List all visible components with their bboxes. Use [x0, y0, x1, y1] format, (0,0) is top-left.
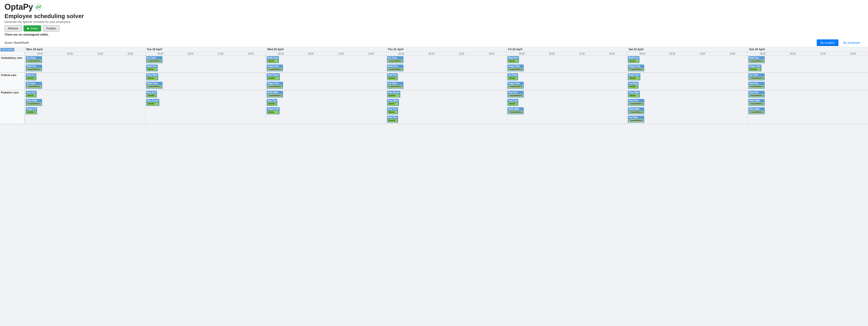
time-tick: 12:00 — [808, 52, 838, 55]
shift-block: Hugo ColeAnaesthetics — [507, 64, 524, 72]
day-times: 00:0006:0012:0018:00 — [627, 52, 747, 55]
sections-body: Ambulatory careIvy KingAnaestheticsBeth … — [0, 55, 868, 124]
section-day-cell: Dan FoxDoctorDan GreenDoctor — [145, 90, 266, 124]
shift-employee-name: Hugo Cole — [749, 65, 761, 68]
shift-block: Ivy KingAnaesthetics — [26, 56, 42, 63]
shift-row: Dan PoeDoctor — [387, 115, 506, 123]
shift-row: Beth WattAnaesthetics — [26, 99, 145, 106]
section-day-cell: Beth FoxNurseHugo ColeAnaesthetics — [506, 55, 627, 73]
shift-row: Hugo ColeAnaesthetics — [267, 81, 386, 89]
shift-role-badge: Anaesthetics — [749, 59, 764, 63]
section-days: Gus FoxNurseBeth WattAnaestheticsHugo Co… — [25, 90, 868, 124]
shift-role-badge: Anaesthetics — [388, 68, 403, 71]
shift-row: Dan FoxAnaesthetics — [748, 81, 868, 89]
shift-role-badge: Nurse — [629, 85, 638, 88]
section-days: Dan FoxDoctorIvy ColeAnaestheticsElsa Wa… — [25, 73, 868, 90]
shift-role-badge: Nurse — [268, 59, 278, 63]
shift-block: Dan GreenDoctor — [267, 73, 280, 80]
time-tick: 18:00 — [115, 52, 145, 55]
day-times: 00:0006:0012:0018:00 — [386, 52, 507, 55]
shift-row: Elsa WattNurse — [628, 90, 747, 98]
solve-button[interactable]: Solve — [24, 25, 41, 31]
shift-block: Elsa WattAnaesthetics — [748, 107, 765, 114]
time-tick: 18:00 — [476, 52, 506, 55]
shift-row: Dan GreenDoctor — [267, 73, 386, 81]
calendar-container: Draft Shifts Mon 18 AprilTue 19 AprilWed… — [0, 47, 868, 124]
refresh-button[interactable]: Refresh — [4, 25, 22, 31]
shift-employee-name: Ivy Cole — [147, 57, 162, 59]
shift-role-badge: Anaesthetics — [749, 111, 764, 114]
shift-block: Ivy ColeAnaesthetics — [387, 56, 403, 63]
time-tick: 00:00 — [507, 52, 537, 55]
shift-employee-name: Dan Fox — [508, 91, 523, 94]
day-header: Mon 18 April — [25, 47, 145, 52]
shift-row: Dan FoxDoctor — [387, 73, 506, 81]
by-location-button[interactable]: By location — [817, 39, 838, 46]
shift-employee-name: Gus Fox — [27, 91, 36, 94]
shift-row: Beth FoxAnaesthetics — [748, 56, 868, 63]
shift-employee-name: Ivy Cole — [749, 74, 764, 77]
time-tick: 12:00 — [326, 52, 356, 55]
shift-employee-name: Hugo Cole — [268, 82, 282, 85]
shift-role-badge: Doctor — [749, 68, 761, 71]
shift-row: Gus FoxNurse — [507, 99, 627, 106]
shift-row: Ivy KingAnaesthetics — [628, 115, 747, 123]
shift-role-badge: Doctor — [388, 77, 397, 80]
shift-block: Beth ColeAnaesthetics — [146, 82, 162, 89]
shift-block: Gus FoxNurse — [507, 99, 518, 106]
shift-employee-name: Beth Cole — [268, 57, 278, 59]
shift-employee-name: Beth Cole — [147, 82, 162, 85]
shift-block: Beth FoxAnaesthetics — [387, 64, 403, 72]
time-tick: 18:00 — [356, 52, 386, 55]
shift-employee-name: Beth Watt — [508, 108, 523, 110]
shift-employee-name: Dan Green — [268, 74, 279, 77]
section-day-cell: Ivy KingAnaestheticsBeth FoxAnaesthetics — [25, 55, 145, 73]
time-tick: 06:00 — [416, 52, 447, 55]
shift-block: Hugo ColeAnaesthetics — [267, 64, 283, 72]
day-header: Wed 20 April — [266, 47, 386, 52]
shift-row: Hugo CoDoctor — [26, 107, 145, 114]
shift-row: Dan GreenDoctor — [387, 90, 506, 98]
shift-employee-name: Dan Fox — [268, 99, 276, 102]
time-tick: 06:00 — [55, 52, 85, 55]
shift-block: Hugo ColeAnaesthetics — [628, 64, 644, 72]
shift-block: Dan FoxDoctor — [26, 73, 36, 80]
shift-role-badge: Anaesthetics — [268, 94, 282, 97]
section-day-cell: Dan FoxDoctorIvy ColeAnaesthetics — [25, 73, 145, 90]
shift-row: Hugo ColeAnaesthetics — [507, 64, 627, 72]
shift-employee-name: Beth Cole — [629, 74, 640, 77]
time-tick: 12:00 — [567, 52, 597, 55]
shift-employee-name: Beth Fox — [629, 57, 639, 59]
shift-employee-name: Beth Watt — [27, 99, 41, 102]
time-tick: 18:00 — [717, 52, 747, 55]
shift-role-badge: Doctor — [268, 77, 279, 80]
shift-row: Beth WattAnaesthetics — [628, 107, 747, 114]
day-times: 00:0006:0012:0018:00 — [25, 52, 145, 55]
shift-role-badge: Nurse — [508, 102, 518, 106]
shift-role-badge: Doctor — [147, 94, 156, 97]
section-day-cell: Dan GreenDoctorHugo ColeAnaesthetics — [266, 73, 386, 90]
section-day-cell: Elsa WattNurseBeth ColeAnaesthetics — [145, 73, 266, 90]
shift-role-badge: Anaesthetics — [508, 68, 523, 71]
section-day-cell: Ivy ColeAnaestheticsBeth FoxNurse — [145, 55, 266, 73]
time-tick: 00:00 — [627, 52, 657, 55]
shift-block: Hugo CoDoctor — [26, 107, 37, 114]
shift-row: Beth FoxAnaesthetics — [387, 64, 506, 72]
publish-button[interactable]: Publish — [43, 25, 59, 31]
shift-block: Gus FoxAnaesthetics — [748, 91, 765, 98]
calendar-inner: Draft Shifts Mon 18 AprilTue 19 AprilWed… — [0, 47, 868, 124]
shift-block: Beth FoxAnaesthetics — [748, 56, 765, 63]
shift-block: Elsa WattNurse — [628, 91, 640, 98]
shift-row: Ivy ColeAnaesthetics — [146, 56, 266, 63]
time-tick: 18:00 — [236, 52, 266, 55]
shift-block: Ivy KingAnaesthetics — [628, 116, 644, 123]
time-tick: 18:00 — [838, 52, 868, 55]
shift-row: Gus FoxNurse — [26, 90, 145, 98]
shift-employee-name: Dan Poe — [388, 116, 397, 119]
shift-role-badge: Nurse — [27, 94, 36, 97]
shift-employee-name: Dan Fox — [27, 74, 35, 77]
shift-role-badge: Nurse — [147, 77, 157, 80]
shift-block: Ivy ColeAnaesthetics — [146, 56, 162, 63]
by-employee-button[interactable]: By employee — [840, 40, 864, 46]
shift-row: Gus FoxAnaesthetics — [628, 99, 747, 106]
